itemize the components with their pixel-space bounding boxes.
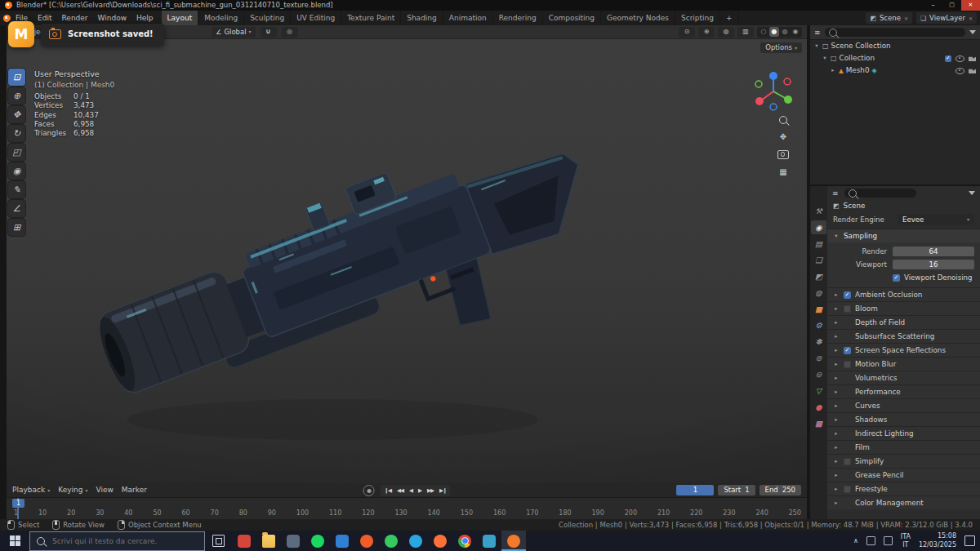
taskbar-telegram-icon[interactable] [403, 531, 428, 551]
notification-center-icon[interactable] [964, 535, 975, 546]
viewport-denoising-checkbox[interactable] [893, 274, 900, 282]
timeline-ruler[interactable]: 1 11020304050607080901001101201301401501… [7, 498, 807, 520]
property-section-header[interactable]: ▸ Volumetrics [827, 371, 980, 384]
shading-solid-icon[interactable] [769, 27, 779, 37]
tool-measure[interactable]: ∠ [8, 200, 25, 217]
section-checkbox[interactable] [844, 291, 851, 299]
taskbar-file-explorer-icon[interactable] [256, 531, 281, 551]
search-input[interactable] [51, 536, 193, 546]
property-section-header[interactable]: ▸ Depth of Field [827, 315, 980, 329]
taskbar-app-teal-icon[interactable] [477, 531, 501, 551]
timeline-menu[interactable]: Marker [122, 487, 147, 494]
taskbar-mail-icon[interactable] [330, 531, 354, 551]
tab-physics[interactable]: ⊚ [811, 351, 826, 365]
viewlayer-selector[interactable]: ViewLayer [916, 12, 977, 24]
taskbar-spotify-icon[interactable] [305, 531, 330, 551]
tool-cursor[interactable]: ⊕ [8, 87, 25, 104]
workspace-tab[interactable]: Rendering [493, 11, 543, 25]
screenshot-toast[interactable]: M Screenshot saved! [8, 21, 164, 47]
sampling-panel-header[interactable]: ▾ Sampling [827, 229, 980, 242]
unlink-scene-icon[interactable] [904, 15, 908, 22]
property-section-header[interactable]: ▸ Motion Blur [827, 357, 980, 371]
playhead-frame-badge[interactable]: 1 [12, 499, 24, 508]
workspace-tab[interactable]: Animation [443, 11, 493, 25]
property-section-header[interactable]: ▸ Shadows [827, 412, 980, 426]
property-section-header[interactable]: ▸ Film [827, 440, 980, 454]
eye-icon[interactable] [956, 68, 964, 74]
xray-icon[interactable] [737, 27, 754, 38]
tab-material[interactable]: ● [811, 400, 826, 414]
property-section-header[interactable]: ▸ Simplify [827, 454, 980, 468]
next-keyframe-button[interactable]: ▶▶ [427, 488, 434, 494]
tab-view-layer[interactable]: ❏ [811, 253, 826, 267]
render-samples-field[interactable]: 64 [893, 247, 974, 256]
tab-object[interactable]: ■ [811, 302, 826, 316]
workspace-tab[interactable]: UV Editing [291, 11, 341, 25]
tab-world[interactable]: ◍ [811, 286, 826, 300]
task-view-icon[interactable] [212, 535, 225, 547]
properties-search-input[interactable] [844, 189, 916, 198]
workspace-tab[interactable]: Geometry Nodes [601, 11, 675, 25]
section-checkbox[interactable] [844, 361, 851, 368]
timeline-menu[interactable]: View [96, 487, 113, 494]
tab-render[interactable]: ◉ [811, 220, 826, 234]
viewport-canvas[interactable]: ⊡⊕✥↻◰◉✎∠⊞ User Perspective (1) Collectio… [7, 39, 807, 483]
property-section-header[interactable]: ▸ Performance [827, 384, 980, 398]
outliner-row-mesh0[interactable]: ▸ Mesh0 [810, 64, 980, 77]
taskbar-whatsapp-icon[interactable] [379, 531, 403, 551]
current-frame-field[interactable]: 1 [676, 485, 714, 495]
tool-add-cube[interactable]: ⊞ [8, 219, 25, 236]
end-frame-field[interactable]: End 250 [760, 485, 801, 495]
remove-viewlayer-icon[interactable] [969, 15, 973, 22]
gun-model-3d[interactable] [72, 96, 627, 455]
clock[interactable]: 15:08 12/03/2025 [919, 532, 956, 549]
pan-hand-icon[interactable] [780, 133, 786, 141]
render-engine-dropdown[interactable]: Eevee [898, 214, 974, 225]
shading-wireframe-icon[interactable] [759, 27, 768, 37]
taskbar-blender-icon[interactable] [501, 531, 526, 551]
section-checkbox[interactable] [844, 458, 851, 465]
overlays-icon[interactable] [718, 27, 734, 38]
section-checkbox[interactable] [844, 347, 851, 354]
options-dropdown[interactable]: Options [760, 42, 802, 53]
tray-icon[interactable] [884, 536, 893, 545]
property-section-header[interactable]: ▸ Color Management [827, 495, 980, 509]
workspace-tab[interactable]: Modeling [198, 11, 244, 25]
jump-to-end-button[interactable]: ▶❙ [439, 488, 446, 494]
timeline-menu[interactable]: Playback [12, 487, 50, 494]
navigation-gizmo[interactable] [751, 69, 795, 113]
tool-annotate[interactable]: ✎ [8, 181, 25, 198]
outliner-search-input[interactable] [825, 28, 965, 37]
workspace-tab[interactable]: Shading [401, 11, 443, 25]
taskbar-app-red-icon[interactable] [232, 531, 256, 551]
maximize-button[interactable] [942, 0, 961, 11]
workspace-tab[interactable]: Layout [162, 11, 199, 25]
property-section-header[interactable]: ▸ Subsurface Scattering [827, 329, 980, 343]
tool-select-box[interactable]: ⊡ [8, 69, 25, 86]
tab-scene[interactable]: ◩ [811, 269, 826, 283]
filter-funnel-icon[interactable] [969, 30, 976, 34]
close-button[interactable] [961, 0, 980, 11]
shading-material-icon[interactable] [780, 27, 790, 37]
filter-funnel-icon[interactable] [969, 191, 975, 195]
proportional-icon[interactable] [282, 27, 298, 38]
tool-move[interactable]: ✥ [8, 106, 25, 123]
section-checkbox[interactable] [844, 305, 851, 313]
tool-rotate[interactable]: ↻ [8, 125, 25, 142]
zoom-icon[interactable] [779, 116, 787, 124]
workspace-tab[interactable]: Sculpting [244, 11, 291, 25]
start-frame-field[interactable]: Start 1 [718, 485, 755, 495]
prev-keyframe-button[interactable]: ◀◀ [397, 488, 403, 494]
chevron-down-icon[interactable]: ▾ [822, 56, 828, 61]
chevron-right-icon[interactable]: ▸ [830, 68, 836, 73]
collection-checkbox[interactable] [945, 56, 951, 62]
taskbar-brave-icon[interactable] [354, 531, 379, 551]
workspace-tab[interactable]: Compositing [543, 11, 601, 25]
timeline-menu[interactable]: Keying [58, 487, 87, 494]
taskbar-search[interactable] [29, 531, 205, 551]
orientation-dropdown[interactable]: Global [212, 27, 255, 38]
taskbar-chrome-icon[interactable] [452, 531, 477, 551]
grid-icon[interactable] [779, 168, 786, 176]
tab-particles[interactable]: ✽ [811, 335, 826, 349]
tab-object-data[interactable]: ▽ [811, 384, 826, 398]
